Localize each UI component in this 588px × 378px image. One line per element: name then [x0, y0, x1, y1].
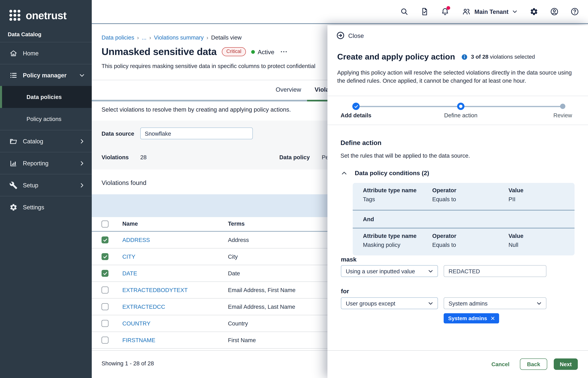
sidebar-item-catalog[interactable]: Catalog [0, 130, 92, 152]
data-policy-label: Data policy [279, 154, 310, 161]
chevron-up-icon [341, 170, 347, 176]
back-button[interactable]: Back [520, 358, 547, 370]
sidebar-item-label: Reporting [23, 160, 79, 166]
app-root: onetrust Data Catalog HomePolicy manager… [0, 0, 588, 378]
row-checkbox[interactable] [101, 287, 108, 294]
tenant-switcher[interactable]: Main Tenant [462, 7, 518, 16]
chevron-right-icon [79, 182, 85, 189]
top-bar: Main Tenant [92, 0, 588, 24]
row-checkbox[interactable] [101, 270, 108, 277]
row-checkbox[interactable] [101, 320, 108, 327]
close-label: Close [348, 32, 364, 39]
condition-operator-value: Equals to [432, 196, 456, 202]
row-name-link[interactable]: DATE [122, 270, 137, 277]
condition-col-value: Value [508, 187, 523, 193]
chip-remove-icon[interactable] [491, 316, 495, 321]
sidebar-item-setup[interactable]: Setup [0, 174, 92, 196]
policy-description: This policy requires masking sensitive d… [101, 63, 315, 69]
sidebar-item-data-policies[interactable]: Data policies [0, 86, 92, 108]
sidebar-nav: HomePolicy managerData policiesPolicy ac… [0, 42, 92, 218]
tab-overview[interactable]: Overview [276, 86, 301, 95]
row-name-link[interactable]: ADDRESS [122, 237, 150, 243]
help-icon[interactable] [571, 7, 579, 16]
breadcrumb-ellipsis[interactable]: ... [142, 34, 146, 41]
select-all-checkbox[interactable] [101, 221, 108, 228]
sidebar-item-home[interactable]: Home [0, 42, 92, 64]
chevron-down-icon [536, 300, 542, 306]
step-label-review: Review [553, 112, 572, 119]
row-name-link[interactable]: CITY [122, 253, 135, 260]
home-icon [9, 49, 17, 57]
breadcrumb-separator: › [206, 35, 208, 40]
condition-col-operator: Operator [432, 233, 456, 239]
define-action-heading: Define action [341, 139, 381, 147]
row-terms: Email Address, First Name [228, 287, 296, 293]
next-button[interactable]: Next [554, 358, 578, 370]
notifications-bell-icon[interactable] [441, 7, 449, 16]
gear-icon[interactable] [530, 7, 538, 16]
row-name-link[interactable]: COUNTRY [122, 320, 150, 327]
setup-icon [9, 181, 17, 189]
for-method-dropdown[interactable]: User groups except [341, 297, 438, 309]
onetrust-wordmark: onetrust [26, 10, 66, 21]
condition-value-value: PII [508, 196, 516, 202]
condition-col-operator: Operator [432, 187, 456, 193]
row-checkbox[interactable] [101, 253, 108, 260]
for-groups-dropdown[interactable]: System admins [444, 297, 546, 309]
chevron-down-icon [79, 72, 85, 79]
close-button[interactable]: Close [336, 31, 364, 40]
sidebar-item-label: Setup [23, 182, 79, 189]
step-label-define-action: Define action [444, 112, 477, 119]
row-checkbox[interactable] [101, 237, 108, 243]
mask-method-dropdown[interactable]: Using a user inputted value [341, 265, 438, 277]
divider [328, 125, 588, 125]
for-label: for [341, 288, 349, 295]
breadcrumb-violations-summary[interactable]: Violations summary [154, 34, 204, 41]
violations-count: 28 [140, 154, 147, 161]
app-name-label: Data Catalog [8, 31, 42, 38]
panel-footer: Cancel Back Next [328, 350, 588, 378]
row-name-link[interactable]: FIRSTNAME [122, 337, 155, 343]
data-source-input[interactable] [140, 127, 253, 139]
sidebar-item-settings[interactable]: Settings [0, 196, 92, 218]
row-name-link[interactable]: EXTRACTEDCC [122, 303, 165, 310]
row-checkbox[interactable] [101, 303, 108, 310]
row-terms: Address [228, 237, 249, 243]
selection-info: 3 of 28 violations selected [461, 54, 535, 60]
violations-label: Violations [101, 154, 129, 161]
notification-badge [447, 6, 450, 10]
conditions-box: Attribute type name Operator Value Tags … [353, 183, 574, 255]
sidebar-item-label: Policy actions [27, 116, 92, 122]
row-terms: First Name [228, 337, 256, 343]
cancel-button[interactable]: Cancel [490, 358, 511, 370]
condition-value-value: Null [508, 242, 518, 248]
condition-group: Attribute type name Operator Value Tags … [353, 183, 574, 210]
row-name-link[interactable]: EXTRACTEDBODYTEXT [122, 287, 188, 293]
sidebar-item-policy-manager[interactable]: Policy manager [0, 64, 92, 86]
condition-col-value: Value [508, 233, 523, 239]
search-icon[interactable] [400, 7, 409, 16]
document-check-icon[interactable] [420, 7, 429, 16]
sidebar-item-policy-actions[interactable]: Policy actions [0, 108, 92, 130]
selected-group-chip[interactable]: System admins [444, 313, 499, 324]
panel-title: Create and apply policy action [337, 52, 455, 62]
condition-operator-value: Equals to [432, 242, 456, 248]
settings-icon [9, 203, 17, 211]
row-checkbox[interactable] [101, 337, 108, 344]
account-icon[interactable] [550, 7, 559, 16]
chevron-down-icon [512, 9, 518, 15]
condition-attribute-value: Masking policy [363, 242, 400, 248]
more-actions-icon[interactable] [280, 48, 288, 56]
status-badge: Active [251, 48, 274, 55]
stepper: Add details Define action Review [328, 96, 588, 125]
sidebar-item-reporting[interactable]: Reporting [0, 152, 92, 174]
policy-manager-icon [9, 71, 17, 79]
breadcrumb-data-policies[interactable]: Data policies [101, 34, 134, 41]
severity-badge: Critical [222, 47, 246, 56]
tenant-label: Main Tenant [474, 8, 508, 15]
conditions-toggle[interactable]: Data policy conditions (2) [341, 169, 429, 176]
sidebar-item-label: Home [23, 50, 92, 56]
chevron-right-icon [79, 160, 85, 166]
mask-value-input[interactable] [444, 265, 546, 277]
condition-join-label: And [363, 216, 374, 222]
